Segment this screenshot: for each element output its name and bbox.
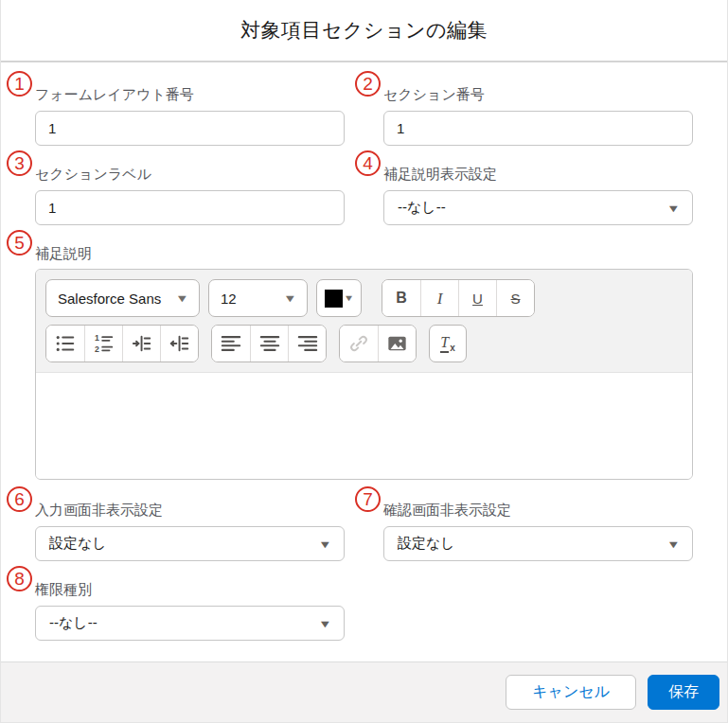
field-confirm-screen-hide-setting: 7 確認画面非表示設定 設定なし ▼ [383,501,693,561]
dialog-footer: キャンセル 保存 [1,661,727,722]
dialog-header: 対象項目セクションの編集 [1,0,727,62]
list-indent-group: 1 2 [45,325,199,362]
field-section-label: 3 セクションラベル [35,165,345,225]
italic-button[interactable]: I [420,280,458,316]
font-size-select[interactable]: 12 ▼ [208,279,308,317]
input-screen-hide-setting-value: 設定なし [49,535,107,553]
annotation-badge-4: 4 [355,150,381,176]
field-form-layout-number: 1 フォームレイアウト番号 [35,85,345,146]
section-number-label: セクション番号 [383,85,693,104]
section-label-label: セクションラベル [35,165,345,184]
strikethrough-button[interactable]: S [496,280,534,316]
input-screen-hide-setting-select[interactable]: 設定なし ▼ [35,526,345,561]
bold-button[interactable]: B [382,280,420,316]
insert-image-button[interactable] [378,326,416,362]
underline-icon: U [472,291,483,306]
color-swatch [325,290,343,308]
rte-content-area[interactable] [36,373,692,479]
save-button[interactable]: 保存 [648,675,719,710]
indent-button[interactable] [122,326,160,362]
insert-link-button[interactable] [340,326,378,362]
chevron-down-icon: ▼ [344,293,355,303]
section-label-input[interactable] [35,190,345,225]
rich-text-editor: Salesforce Sans ▼ 12 ▼ ▼ [35,269,693,480]
align-right-button[interactable] [288,326,326,362]
outdent-button[interactable] [160,326,198,362]
image-icon [386,333,408,354]
field-section-number: 2 セクション番号 [383,85,693,146]
link-image-group [339,325,417,362]
align-group [211,325,327,362]
annotation-badge-7: 7 [355,486,381,512]
text-style-group: B I U S [382,279,535,317]
annotation-badge-6: 6 [7,486,32,512]
font-family-value: Salesforce Sans [58,291,161,307]
indent-icon [132,333,152,354]
confirm-screen-hide-setting-select[interactable]: 設定なし ▼ [383,526,693,561]
permission-type-select[interactable]: --なし-- ▼ [35,606,345,641]
font-family-select[interactable]: Salesforce Sans ▼ [45,279,200,317]
link-icon [348,333,369,354]
chevron-down-icon: ▼ [175,292,189,304]
chevron-down-icon: ▼ [318,618,332,629]
font-size-value: 12 [221,291,237,307]
bold-icon: B [396,291,407,306]
section-number-input[interactable] [383,111,693,146]
permission-type-label: 権限種別 [35,580,345,599]
align-right-icon [297,333,318,354]
numbered-list-button[interactable]: 1 2 [84,326,122,362]
supplement-display-setting-value: --なし-- [398,199,446,217]
annotation-badge-5: 5 [7,230,32,256]
bullet-list-icon [55,333,76,354]
svg-text:1: 1 [94,333,98,343]
align-center-icon [259,333,280,354]
strikethrough-icon: S [510,291,520,306]
chevron-down-icon: ▼ [318,538,332,550]
clear-format-icon: Tx [440,335,454,353]
align-left-icon [221,333,241,354]
annotation-badge-1: 1 [7,71,32,97]
chevron-down-icon: ▼ [666,538,681,550]
clear-format-button[interactable]: Tx [429,325,467,362]
chevron-down-icon: ▼ [283,292,297,304]
field-input-screen-hide-setting: 6 入力画面非表示設定 設定なし ▼ [35,501,345,561]
supplement-description-label: 補足説明 [35,244,693,263]
chevron-down-icon: ▼ [666,203,681,214]
annotation-badge-8: 8 [7,566,32,591]
underline-button[interactable]: U [458,280,496,316]
cancel-button[interactable]: キャンセル [506,675,636,710]
align-center-button[interactable] [250,326,288,362]
permission-type-value: --なし-- [49,614,98,632]
numbered-list-icon: 1 2 [94,333,115,354]
italic-icon: I [437,291,443,307]
form-layout-number-label: フォームレイアウト番号 [35,85,345,104]
edit-section-dialog: 対象項目セクションの編集 1 フォームレイアウト番号 2 セクション番号 3 セ… [0,0,728,723]
annotation-badge-2: 2 [355,71,381,97]
form-layout-number-input[interactable] [35,111,345,146]
supplement-display-setting-select[interactable]: --なし-- ▼ [383,190,693,225]
text-color-picker[interactable]: ▼ [316,279,362,317]
confirm-screen-hide-setting-label: 確認画面非表示設定 [383,501,693,520]
bullet-list-button[interactable] [46,326,84,362]
field-permission-type: 8 権限種別 --なし-- ▼ [35,580,345,641]
annotation-badge-3: 3 [7,150,32,176]
dialog-body: 1 フォームレイアウト番号 2 セクション番号 3 セクションラベル 4 補足説… [1,62,727,660]
input-screen-hide-setting-label: 入力画面非表示設定 [35,501,345,520]
align-left-button[interactable] [212,326,250,362]
confirm-screen-hide-setting-value: 設定なし [398,535,455,553]
rte-toolbar: Salesforce Sans ▼ 12 ▼ ▼ [36,270,692,373]
dialog-title: 対象項目セクションの編集 [240,17,488,44]
field-supplement-description: 5 補足説明 Salesforce Sans ▼ 12 ▼ [35,244,693,480]
field-supplement-display-setting: 4 補足説明表示設定 --なし-- ▼ [383,165,693,225]
svg-text:2: 2 [94,344,98,354]
supplement-display-setting-label: 補足説明表示設定 [383,165,693,184]
outdent-icon [169,333,190,354]
